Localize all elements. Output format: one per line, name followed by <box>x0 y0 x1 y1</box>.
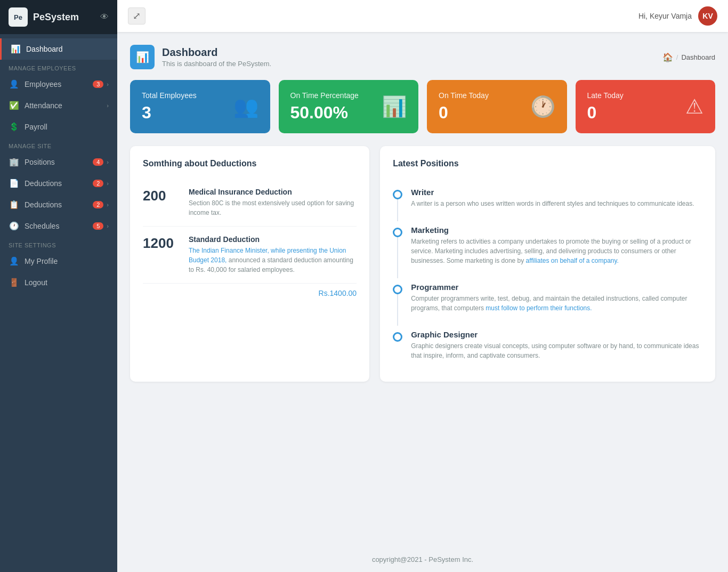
stat-card-left: Total Employees 3 <box>142 91 197 123</box>
position-dot <box>393 228 402 237</box>
deduction-amount: 1200 <box>143 235 180 275</box>
deduction-item: 200 Medical Insurance Deduction Section … <box>143 179 357 227</box>
chevron-right-icon: › <box>107 102 109 109</box>
sidebar-item-label: Positions <box>25 158 93 166</box>
positions-card-title: Latest Positions <box>393 159 702 168</box>
position-dot <box>393 190 402 199</box>
sidebar-item-payroll[interactable]: 💲 Payroll <box>0 116 117 138</box>
sidebar-item-myprofile[interactable]: 👤 My Profile <box>0 251 117 272</box>
position-item: Marketing Marketing refers to activities… <box>393 217 702 274</box>
position-desc: Computer programmers write, test, debug,… <box>411 294 702 313</box>
deduction-item: 1200 Standard Deduction The Indian Finan… <box>143 227 357 284</box>
sidebar-item-label: Dashboard <box>26 45 109 53</box>
positions-badge: 4 <box>93 158 103 166</box>
stat-card-left: On Time Today 0 <box>439 91 489 123</box>
home-icon[interactable]: 🏠 <box>662 52 673 62</box>
position-content: Graphic Designer Graphic designers creat… <box>411 330 702 360</box>
stat-value: 50.00% <box>290 103 359 123</box>
sidebar: Pe PeSystem 👁 📊 Dashboard Manage Employe… <box>0 0 117 572</box>
section-site-settings: Site Settings <box>0 237 117 251</box>
avatar-initials: KV <box>702 12 713 20</box>
sidebar-logo: Pe PeSystem 👁 <box>0 0 117 34</box>
sidebar-item-label: Schedules <box>25 222 93 230</box>
sidebar-item-label: Attendance <box>25 101 107 110</box>
position-item: Programmer Computer programmers write, t… <box>393 274 702 321</box>
stat-cards: Total Employees 3 👥 On Time Percentage 5… <box>130 80 715 133</box>
employees-icon: 👤 <box>9 79 19 89</box>
sidebar-item-label: Logout <box>25 278 109 287</box>
position-desc: Graphic designers create visual concepts… <box>411 341 702 360</box>
sidebar-item-label: Payroll <box>25 123 109 131</box>
deduction-info: Standard Deduction The Indian Finance Mi… <box>189 235 357 275</box>
chevron-right-icon: › <box>107 180 109 187</box>
sidebar-item-label: Deductions <box>25 179 93 188</box>
stat-card-left: On Time Percentage 50.00% <box>290 91 359 123</box>
profile-icon: 👤 <box>9 256 19 266</box>
position-item: Writer A writer is a person who uses wri… <box>393 179 702 217</box>
employees-badge: 3 <box>93 80 103 88</box>
section-manage-employees: Manage Employees <box>0 60 117 74</box>
stat-value: 0 <box>439 103 489 123</box>
stat-label: On Time Today <box>439 91 489 100</box>
deduction-desc: The Indian Finance Minister, while prese… <box>189 246 357 275</box>
sidebar-item-employees[interactable]: 👤 Employees 3 › <box>0 74 117 95</box>
sidebar-item-logout[interactable]: 🚪 Logout <box>0 272 117 293</box>
chevron-right-icon: › <box>107 81 109 87</box>
page-title: Dashboard <box>162 46 271 59</box>
stat-card-total-employees: Total Employees 3 👥 <box>130 80 270 133</box>
eye-icon[interactable]: 👁 <box>100 12 109 22</box>
sidebar-item-deductions-2[interactable]: 📋 Deductions 2 › <box>0 194 117 215</box>
deduction-info: Medical Insurance Deduction Section 80C … <box>189 188 357 217</box>
warning-icon: ⚠ <box>685 95 703 118</box>
logo-icon: Pe <box>9 7 28 27</box>
app-name: PeSystem <box>33 12 79 23</box>
position-item: Graphic Designer Graphic designers creat… <box>393 321 702 369</box>
payroll-icon: 💲 <box>9 122 19 132</box>
sidebar-item-dashboard[interactable]: 📊 Dashboard <box>0 38 117 60</box>
breadcrumb: 🏠 / Dashboard <box>662 52 715 62</box>
stat-card-on-time-today: On Time Today 0 🕐 <box>427 80 567 133</box>
chevron-right-icon: › <box>107 202 109 208</box>
expand-button[interactable]: ⤢ <box>128 7 145 25</box>
position-content: Marketing Marketing refers to activities… <box>411 225 702 265</box>
position-dot <box>393 285 402 294</box>
position-content: Programmer Computer programmers write, t… <box>411 283 702 313</box>
attendance-icon: ✅ <box>9 101 19 110</box>
clock-icon: 🕐 <box>530 95 555 118</box>
deductions-badge: 2 <box>93 180 103 187</box>
dashboard-icon: 📊 <box>10 44 21 54</box>
deductions-icon: 📄 <box>9 179 19 188</box>
deduction-desc: Section 80C is the most extensively used… <box>189 198 357 217</box>
deductions-card: Somthing about Deductions 200 Medical In… <box>130 146 369 382</box>
chevron-right-icon: › <box>107 223 109 229</box>
stat-value: 3 <box>142 103 197 123</box>
position-desc: A writer is a person who uses written wo… <box>411 199 694 208</box>
sidebar-item-schedules[interactable]: 🕐 Schedules 5 › <box>0 215 117 237</box>
stat-card-left: Late Today 0 <box>587 91 624 123</box>
employees-stat-icon: 👥 <box>233 95 258 118</box>
page-title-group: Dashboard This is dashboard of the PeSys… <box>162 46 271 68</box>
deduction-amount: 200 <box>143 188 180 217</box>
content-row: Somthing about Deductions 200 Medical In… <box>130 146 715 382</box>
stat-label: Late Today <box>587 91 624 100</box>
stat-label: On Time Percentage <box>290 91 359 100</box>
sidebar-item-attendance[interactable]: ✅ Attendance › <box>0 95 117 116</box>
stat-card-on-time-pct: On Time Percentage 50.00% 📊 <box>279 80 419 133</box>
positions-card: Latest Positions Writer A writer is a pe… <box>380 146 715 382</box>
sidebar-item-label: Deductions <box>25 200 93 209</box>
stat-value: 0 <box>587 103 624 123</box>
pie-chart-icon: 📊 <box>382 95 407 118</box>
sidebar-item-deductions-1[interactable]: 📄 Deductions 2 › <box>0 173 117 194</box>
schedules-badge: 5 <box>93 222 103 230</box>
breadcrumb-current: Dashboard <box>681 53 715 61</box>
topbar-right: Hi, Keyur Vamja KV <box>638 6 717 26</box>
footer-text: copyright@2021 - PeSystem Inc. <box>372 555 473 563</box>
deduction-name: Medical Insurance Deduction <box>189 188 357 196</box>
deductions2-icon: 📋 <box>9 200 19 210</box>
section-manage-site: Manage Site <box>0 138 117 151</box>
positions-list: Writer A writer is a person who uses wri… <box>393 179 702 369</box>
position-name: Graphic Designer <box>411 330 702 339</box>
sidebar-item-positions[interactable]: 🏢 Positions 4 › <box>0 151 117 173</box>
schedules-icon: 🕐 <box>9 221 19 231</box>
stat-card-late-today: Late Today 0 ⚠ <box>576 80 716 133</box>
